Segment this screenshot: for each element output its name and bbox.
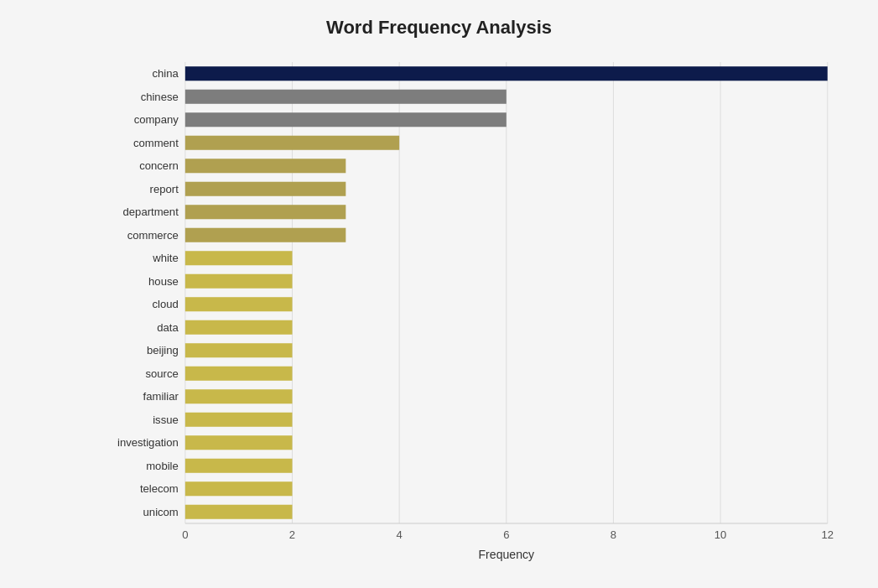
bar-investigation bbox=[185, 435, 293, 450]
bar-house bbox=[185, 274, 293, 289]
bar-commerce bbox=[185, 228, 345, 242]
svg-text:2: 2 bbox=[289, 528, 295, 541]
svg-text:0: 0 bbox=[182, 528, 188, 541]
svg-text:10: 10 bbox=[714, 528, 727, 541]
chart-container: Word Frequency Analysis 024681012Frequen… bbox=[0, 0, 878, 588]
bar-label-beijing: beijing bbox=[147, 344, 179, 356]
bar-label-mobile: mobile bbox=[146, 460, 179, 472]
bar-department bbox=[185, 205, 345, 219]
bar-label-commerce: commerce bbox=[127, 229, 179, 242]
bar-label-chinese: chinese bbox=[141, 91, 179, 103]
bar-unicom bbox=[185, 505, 293, 519]
bar-label-concern: concern bbox=[139, 159, 179, 172]
bar-company bbox=[185, 112, 507, 127]
bar-label-familiar: familiar bbox=[143, 390, 179, 403]
bar-issue bbox=[185, 413, 293, 427]
bar-label-company: company bbox=[134, 113, 179, 126]
bar-label-telecom: telecom bbox=[140, 482, 179, 495]
bar-concern bbox=[185, 159, 345, 173]
bar-cloud bbox=[185, 297, 293, 311]
chart-title: Word Frequency Analysis bbox=[25, 17, 853, 39]
bar-white bbox=[185, 251, 293, 265]
bar-label-cloud: cloud bbox=[152, 298, 178, 310]
svg-text:12: 12 bbox=[821, 528, 834, 541]
bar-label-house: house bbox=[148, 275, 179, 288]
bar-label-department: department bbox=[123, 206, 179, 218]
bar-label-white: white bbox=[152, 252, 179, 264]
bar-chart: 024681012Frequencychinachinesecompanycom… bbox=[92, 54, 853, 565]
bar-comment bbox=[185, 136, 399, 150]
bar-label-china: china bbox=[152, 67, 179, 80]
bar-chinese bbox=[185, 90, 507, 104]
bar-familiar bbox=[185, 389, 293, 403]
bar-label-report: report bbox=[150, 183, 179, 195]
bar-telecom bbox=[185, 481, 293, 496]
bar-data bbox=[185, 320, 293, 335]
bar-china bbox=[185, 66, 828, 81]
bar-label-investigation: investigation bbox=[117, 436, 179, 449]
bar-beijing bbox=[185, 343, 293, 357]
bar-label-comment: comment bbox=[133, 137, 179, 149]
svg-text:6: 6 bbox=[503, 528, 509, 541]
bar-label-source: source bbox=[145, 367, 178, 380]
svg-text:8: 8 bbox=[610, 528, 616, 541]
svg-text:Frequency: Frequency bbox=[478, 548, 534, 561]
bar-label-data: data bbox=[157, 321, 179, 334]
bar-report bbox=[185, 182, 345, 196]
bar-label-issue: issue bbox=[153, 414, 179, 426]
bar-mobile bbox=[185, 459, 293, 473]
bar-source bbox=[185, 367, 293, 381]
bar-label-unicom: unicom bbox=[143, 506, 179, 518]
svg-text:4: 4 bbox=[397, 528, 403, 541]
